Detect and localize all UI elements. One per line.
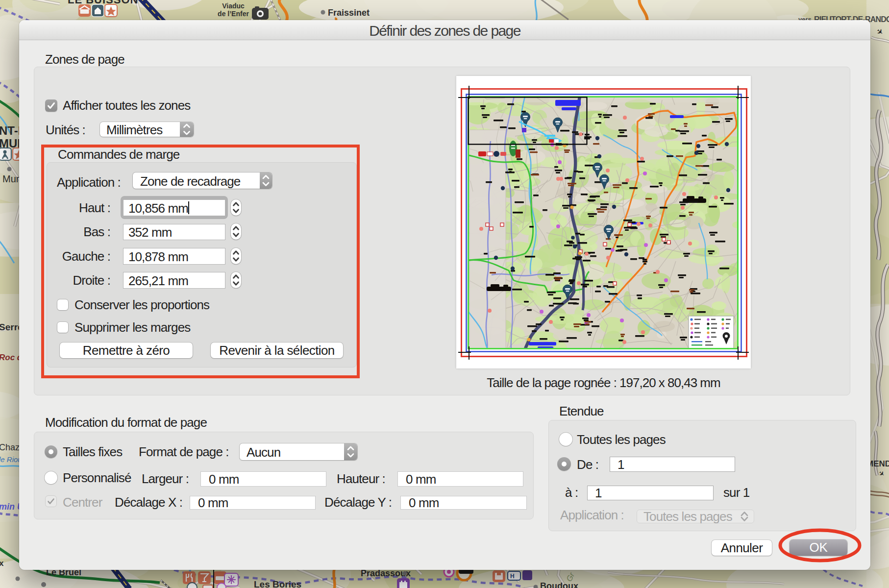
svg-text:x: x — [0, 559, 4, 568]
svg-text:Fraissinet: Fraissinet — [328, 8, 370, 18]
svg-text:de l’Enfer: de l’Enfer — [218, 10, 249, 18]
svg-text:Boudoux: Boudoux — [540, 581, 578, 588]
svg-text:H: H — [510, 573, 515, 580]
svg-text:Les Bories: Les Bories — [254, 579, 301, 588]
svg-text:Viaduc: Viaduc — [222, 2, 245, 10]
